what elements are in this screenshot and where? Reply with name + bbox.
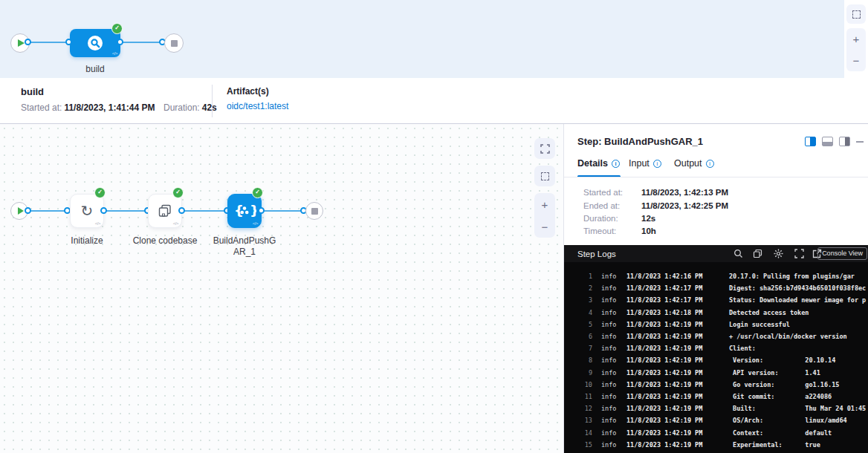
log-ln: 10 (564, 379, 592, 391)
log-lm: Client: (729, 342, 756, 354)
zoom-in-button[interactable]: + (853, 33, 860, 45)
log-lvl: info (601, 270, 622, 282)
step-node-clone-codebase[interactable]: </> (148, 194, 182, 228)
zoom-out-button[interactable]: − (853, 55, 860, 66)
log-lvl: info (601, 330, 622, 342)
expand-icon[interactable] (794, 249, 804, 258)
log-line: 1info11/8/2023 1:42:16 PM20.17.0: Pullin… (564, 270, 868, 282)
script-corner-icon: </> (173, 221, 178, 226)
log-lm: Go version: go1.16.15 (729, 379, 839, 391)
info-icon[interactable]: i (653, 160, 661, 168)
detail-label: Duration: (583, 214, 650, 223)
detail-value: 12s (641, 214, 655, 223)
log-line: 6info11/8/2023 1:42:19 PM+ /usr/local/bi… (564, 330, 868, 342)
minimize-panel-button[interactable] (856, 141, 864, 143)
success-check-icon: ✓ (252, 187, 263, 198)
log-line: 4info11/8/2023 1:42:18 PMDetected access… (564, 307, 868, 319)
log-ln: 14 (564, 427, 592, 439)
layout-right-drawer-button[interactable] (839, 137, 850, 146)
tab-details[interactable]: Details i (577, 158, 620, 169)
log-lm: Detected access token (729, 307, 809, 319)
log-line: 10info11/8/2023 1:42:19 PM Go version: g… (564, 379, 868, 391)
canvas-controls: + − (534, 138, 555, 238)
script-corner-icon: </> (253, 221, 258, 226)
marquee-icon (852, 10, 861, 19)
clone-icon (157, 203, 173, 219)
layout-right-split-button[interactable] (805, 137, 816, 146)
step-logs-body[interactable]: 1info11/8/2023 1:42:16 PM20.17.0: Pullin… (564, 262, 868, 453)
log-lt: 11/8/2023 1:42:19 PM (626, 427, 725, 439)
marquee-select-button[interactable] (534, 166, 555, 186)
tab-output[interactable]: Output i (674, 158, 714, 169)
duration-value: 42s (202, 102, 217, 113)
divider (212, 85, 213, 117)
edge-dot (117, 39, 123, 45)
log-line: 2info11/8/2023 1:42:17 PMDigest: sha256:… (564, 282, 868, 294)
artifact-link[interactable]: oidc/test1:latest (227, 101, 288, 111)
tab-input[interactable]: Input i (629, 158, 661, 169)
log-lm: Digest: sha256:b7d9434b65010f038f8ec (729, 282, 866, 294)
log-line: 7info11/8/2023 1:42:19 PMClient: (564, 342, 868, 354)
stage-node-build[interactable]: </> (70, 29, 120, 57)
log-lt: 11/8/2023 1:42:19 PM (626, 391, 725, 403)
search-icon[interactable] (733, 249, 743, 258)
log-lvl: info (601, 439, 622, 451)
step-details-panel: Step: BuildAndPushGAR_1 Details i Input … (563, 124, 868, 453)
step-node-initialize[interactable]: ↻ </> (70, 194, 104, 228)
log-ln: 5 (564, 319, 592, 330)
detail-value: 11/8/2023, 1:42:13 PM (641, 188, 728, 197)
copy-icon[interactable] (753, 249, 762, 258)
zoom-controls: + − (534, 193, 555, 238)
log-ln: 15 (564, 439, 592, 451)
log-line: 13info11/8/2023 1:42:19 PM OS/Arch: linu… (564, 414, 868, 426)
gar-icon: { } (233, 201, 256, 221)
log-ln: 6 (564, 330, 592, 342)
log-line: 8info11/8/2023 1:42:19 PM Version: 20.10… (564, 354, 868, 366)
info-icon[interactable]: i (706, 160, 714, 168)
log-ln: 11 (564, 391, 592, 403)
step-label-buildandpushgar: BuildAndPushGAR_1 (212, 235, 277, 258)
log-lvl: info (601, 427, 622, 439)
log-ln: 2 (564, 282, 592, 294)
console-view-button[interactable]: Console View (817, 247, 867, 260)
stop-icon (171, 40, 178, 47)
panel-layout-controls (805, 137, 864, 146)
tab-input-label: Input (629, 158, 650, 169)
detail-label: Timeout: (583, 226, 650, 235)
marquee-select-button[interactable] (846, 4, 866, 24)
step-edge (104, 210, 150, 212)
edge-dot (25, 39, 31, 45)
build-info-bar: build Started at:11/8/2023, 1:41:44 PM D… (0, 78, 868, 124)
log-ln: 4 (564, 307, 592, 319)
log-lm: Built: Thu Mar 24 01:45 (729, 403, 866, 414)
duration-label: Duration: (163, 102, 200, 113)
build-title: build (21, 86, 44, 97)
zoom-out-button[interactable]: − (542, 221, 548, 232)
log-line: 14info11/8/2023 1:42:19 PM Context: defa… (564, 427, 868, 439)
artifacts-label: Artifact(s) (227, 86, 269, 97)
layout-bottom-split-button[interactable] (822, 137, 833, 146)
fullscreen-icon (540, 144, 550, 154)
edge-dot (100, 207, 107, 214)
tab-details-label: Details (577, 158, 608, 169)
ci-build-icon (86, 34, 104, 52)
log-ln: 12 (564, 403, 592, 414)
fullscreen-button[interactable] (534, 138, 555, 159)
info-icon[interactable]: i (612, 160, 620, 168)
execution-graph-canvas[interactable]: ↻ </> ✓ </> ✓ { } </> (0, 124, 563, 453)
log-line: 3info11/8/2023 1:42:17 PMStatus: Downloa… (564, 294, 868, 306)
svg-text:}: } (250, 203, 256, 218)
log-line: 11info11/8/2023 1:42:19 PM Git commit: a… (564, 391, 868, 403)
duration: Duration:42s (163, 102, 217, 113)
started-at-label: Started at: (21, 102, 62, 113)
detail-value: 11/8/2023, 1:42:25 PM (641, 201, 728, 210)
stage-graph-strip: </> ✓ build + − (0, 0, 868, 78)
log-lm: Version: 20.10.14 (729, 354, 835, 366)
log-line: 12info11/8/2023 1:42:19 PM Built: Thu Ma… (564, 403, 868, 414)
script-corner-icon: </> (95, 221, 100, 226)
zoom-in-button[interactable]: + (542, 199, 548, 210)
step-node-buildandpushgar[interactable]: { } </> (227, 194, 262, 228)
gear-icon[interactable] (774, 249, 783, 258)
log-lt: 11/8/2023 1:42:19 PM (626, 379, 725, 391)
stage-strip-controls: + − (844, 0, 868, 78)
